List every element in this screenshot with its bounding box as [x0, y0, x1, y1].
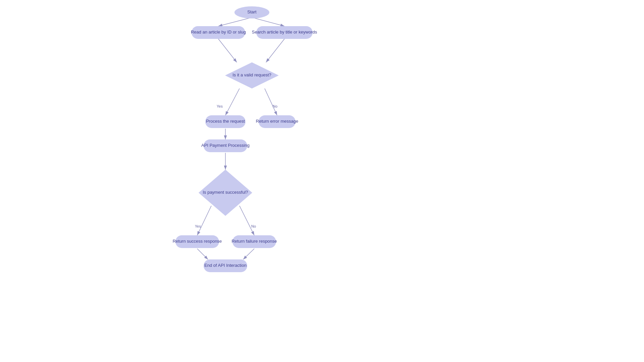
search-article-label: Search article by title or keywords [252, 29, 317, 35]
end-api-label: End of API Interaction [204, 263, 247, 268]
yes-label-2: Yes [195, 224, 201, 228]
connector-success-end [197, 249, 208, 259]
process-request-label: Process the request [206, 119, 245, 124]
connector-diamond-error [265, 88, 277, 115]
start-label: Start [247, 9, 257, 14]
connector-search-diamond [266, 39, 284, 62]
yes-label-1: Yes [217, 104, 223, 108]
connector-payment-success [197, 206, 211, 235]
return-failure-label: Return failure response [231, 239, 277, 244]
no-label-2: No [251, 224, 256, 228]
connector-read-diamond [218, 39, 237, 62]
return-success-label: Return success response [173, 239, 222, 244]
connector-payment-failure [239, 206, 254, 235]
return-error-label: Return error message [256, 119, 298, 124]
api-payment-label: API Payment Processing [201, 143, 250, 148]
read-article-label: Read an article by ID or slug [191, 29, 246, 35]
valid-request-label: Is it a valid request? [232, 72, 271, 77]
connector-diamond-process [225, 88, 239, 115]
connector-start-read [218, 17, 252, 26]
no-label-1: No [273, 104, 277, 108]
connector-start-search [252, 17, 284, 26]
connector-failure-end [243, 249, 254, 259]
payment-successful-label: Is payment successful? [203, 190, 248, 195]
